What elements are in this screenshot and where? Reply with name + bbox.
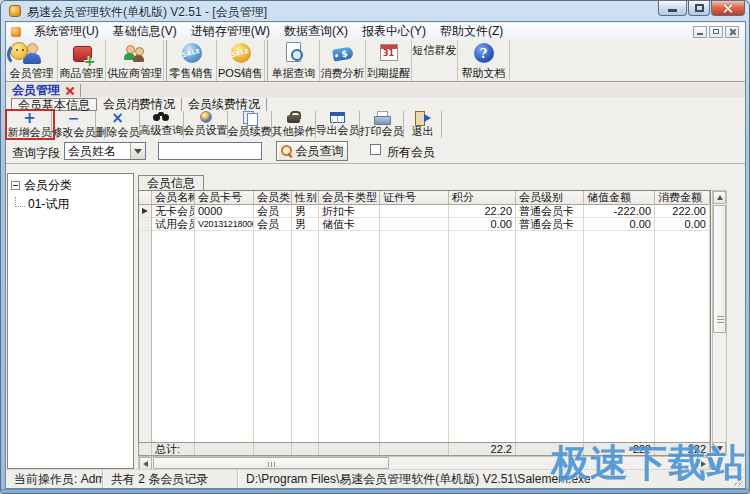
edit-member-button[interactable]: 修改会员 (52, 111, 96, 138)
pos-sale-ball-icon: SALE (228, 42, 254, 65)
query-input[interactable] (158, 142, 262, 160)
retail-sale-ball-icon: SALE (179, 42, 205, 65)
tab-member-consumption[interactable]: 会员消费情况 (97, 98, 182, 111)
menu-basic-info[interactable]: 基础信息(V) (106, 22, 184, 41)
minimize-button[interactable] (658, 1, 687, 16)
totals-label: 总计: (152, 443, 195, 455)
tab-member-management[interactable]: 会员管理 (6, 84, 81, 97)
tab-member-info[interactable]: 会员信息 (138, 175, 204, 190)
table-row[interactable]: 试用会员 V201312180001 会员 男 储值卡 0.00 普通会员卡 0… (139, 218, 710, 231)
member-renew-button[interactable]: 会员续费 (228, 111, 272, 138)
add-member-button[interactable]: 新增会员 (8, 111, 52, 138)
exit-button[interactable]: 退出 (404, 111, 442, 138)
query-row: 查询字段 会员姓名 会员查询 所有会员 (6, 139, 745, 164)
close-button[interactable] (711, 1, 745, 16)
app-window: 易速会员管理软件(单机版) V2.51 - [会员管理] 系统管理(U) 基础信… (0, 0, 750, 494)
other-operations-button[interactable]: 其他操作 (272, 111, 316, 138)
toolbar-supplier-management-button[interactable]: 供应商管理 (106, 40, 164, 81)
tree-collapse-icon[interactable] (11, 181, 20, 190)
window-bottom-edge (1, 489, 750, 494)
toolbar-help-doc-button[interactable]: ? 帮助文档 (458, 40, 510, 81)
magnifier-icon (281, 145, 293, 157)
col-card-no[interactable]: 会员卡号 (195, 191, 254, 205)
advanced-query-button[interactable]: 高级查询 (140, 111, 184, 138)
vertical-scrollbar[interactable] (712, 190, 727, 456)
mdi-restore-button[interactable] (709, 26, 723, 38)
current-row-icon (142, 208, 148, 214)
member-category-tree: 会员分类 01-试用 (7, 173, 134, 469)
mdi-minimize-button[interactable] (693, 26, 707, 38)
add-icon (23, 111, 36, 125)
export-table-icon (330, 111, 345, 123)
col-stored-amount[interactable]: 储值金额 (584, 191, 655, 205)
scroll-up-button[interactable] (713, 191, 726, 204)
col-card-type[interactable]: 会员卡类型 (319, 191, 380, 205)
toolbar-retail-sale-button[interactable]: SALE 零售销售 (167, 40, 217, 81)
delete-member-button[interactable]: 删除会员 (96, 111, 140, 138)
menu-report-center[interactable]: 报表中心(Y) (355, 22, 433, 41)
horizontal-scroll-thumb[interactable] (153, 457, 389, 469)
site-watermark: 极速下载站 (551, 438, 746, 489)
member-grid: 会员名称 会员卡号 会员类型 性别 会员卡类型 证件号 积分 会员级别 储值金额… (138, 190, 711, 442)
select-dropdown-button[interactable] (130, 143, 145, 159)
maximize-icon (695, 4, 704, 12)
member-search-button[interactable]: 会员查询 (276, 141, 348, 161)
col-id-no[interactable]: 证件号 (380, 191, 449, 205)
headset-face-icon (10, 42, 28, 60)
binoculars-icon (153, 111, 170, 123)
toolbar-sms-send-button[interactable]: 短信群发 (412, 40, 458, 81)
close-icon (723, 3, 733, 13)
product-box-plus-icon (69, 42, 95, 65)
table-row[interactable]: 无卡会员 0000 会员 男 折扣卡 22.20 普通会员卡 -222.00 2… (139, 205, 710, 218)
exit-door-icon (415, 111, 431, 124)
title-bar[interactable]: 易速会员管理软件(单机版) V2.51 - [会员管理] (1, 1, 749, 21)
tab-close-icon[interactable] (65, 86, 74, 95)
tree-line (15, 197, 25, 207)
toolbar-doc-query-button[interactable]: 单据查询 (268, 40, 320, 81)
menu-bar: 系统管理(U) 基础信息(V) 进销存管理(W) 数据查询(X) 报表中心(Y)… (6, 23, 745, 40)
delete-x-icon (111, 111, 124, 125)
menu-data-query[interactable]: 数据查询(X) (277, 22, 355, 41)
toolbar-consume-analysis-button[interactable]: $ 消费分析 (320, 40, 366, 81)
mdi-close-button[interactable] (725, 26, 739, 38)
mdi-close-icon (729, 28, 736, 35)
arrow-up-icon (717, 195, 723, 200)
col-member-name[interactable]: 会员名称 (152, 191, 195, 205)
mdi-restore-icon (713, 29, 719, 34)
print-member-button[interactable]: 打印会员 (360, 111, 404, 138)
help-question-icon: ? (471, 42, 497, 65)
toolbar-pos-sale-button[interactable]: SALE POS销售 (217, 40, 265, 81)
menu-inventory[interactable]: 进销存管理(W) (184, 22, 277, 41)
col-member-level[interactable]: 会员级别 (516, 191, 584, 205)
grid-header-row: 会员名称 会员卡号 会员类型 性别 会员卡类型 证件号 积分 会员级别 储值金额… (139, 191, 710, 205)
member-settings-button[interactable]: 会员设置 (184, 111, 228, 138)
bag-icon (287, 111, 300, 124)
mdi-minimize-icon (697, 33, 703, 35)
col-consumed-amount[interactable]: 消费金额 (655, 191, 710, 205)
action-toolbar: 新增会员 修改会员 删除会员 高级查询 会员设置 会员续费 其他操作 导出会员 (6, 111, 745, 139)
col-member-type[interactable]: 会员类型 (254, 191, 292, 205)
maximize-button[interactable] (688, 1, 710, 16)
thumb-grip (717, 316, 724, 317)
toolbar-expiry-reminder-button[interactable]: 31 到期提醒 (366, 40, 412, 81)
tree-root-item[interactable]: 会员分类 (11, 177, 133, 194)
menu-help[interactable]: 帮助文件(Z) (433, 22, 510, 41)
header-marker (139, 191, 152, 205)
export-member-button[interactable]: 导出会员 (316, 111, 360, 138)
status-record-count: 共有 2 条会员记录 (103, 470, 238, 488)
query-field-select[interactable]: 会员姓名 (64, 142, 146, 160)
all-members-checkbox[interactable] (370, 144, 381, 155)
col-gender[interactable]: 性别 (292, 191, 319, 205)
tree-child-item[interactable]: 01-试用 (15, 196, 133, 213)
supplier-people-icon (122, 42, 148, 65)
col-points[interactable]: 积分 (449, 191, 516, 205)
mdi-window-controls (691, 26, 739, 38)
chevron-down-icon (134, 149, 142, 154)
vertical-scroll-thumb[interactable] (713, 205, 726, 333)
menu-system[interactable]: 系统管理(U) (27, 22, 106, 41)
thumb-grip (268, 462, 269, 467)
toolbar-product-management-button[interactable]: 商品管理 (58, 40, 106, 81)
tab-member-renewal[interactable]: 会员续费情况 (182, 98, 267, 111)
status-operator: 当前操作员: Admin (6, 470, 103, 488)
grid-empty-area (139, 231, 710, 442)
